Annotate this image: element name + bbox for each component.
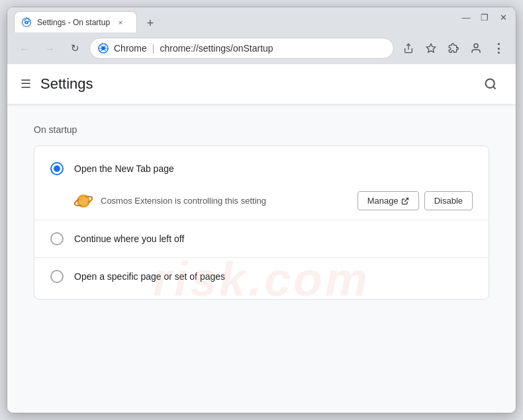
tab-favicon [21, 17, 32, 28]
startup-options-card: Open the New Tab page Cosmos Extension i… [34, 146, 489, 300]
svg-point-8 [474, 44, 478, 48]
radio-option-continue[interactable]: Continue where you left off [34, 223, 489, 255]
divider-2 [34, 257, 489, 258]
address-bar-brand: Chrome [114, 43, 147, 54]
radio-option-specific[interactable]: Open a specific page or set of pages [34, 261, 489, 292]
settings-body: On startup Open the New Tab page [7, 105, 516, 319]
address-bar[interactable]: Chrome | chrome://settings/onStartup [89, 38, 394, 59]
radio-specific[interactable] [50, 270, 64, 283]
radio-new-tab[interactable] [50, 162, 64, 175]
extension-actions: Manage Disable [357, 191, 473, 210]
svg-line-10 [493, 87, 496, 89]
refresh-button[interactable]: ↻ [64, 38, 85, 59]
radio-continue-label: Continue where you left off [74, 233, 184, 244]
close-button[interactable]: ✕ [499, 13, 508, 22]
page-content: ☰ Settings On startup Open the New Tab p… [7, 64, 516, 413]
manage-button[interactable]: Manage [357, 191, 419, 210]
external-link-icon [401, 197, 409, 205]
tab-close-button[interactable]: × [115, 17, 126, 28]
nav-bar: ← → ↻ Chrome | chrome://settings/onStart… [7, 32, 516, 64]
settings-header: ☰ Settings [7, 64, 516, 105]
extension-info-row: Cosmos Extension is controlling this set… [34, 185, 489, 217]
share-button[interactable] [398, 38, 419, 59]
bookmark-button[interactable] [420, 38, 442, 59]
section-label: On startup [34, 124, 489, 135]
window-controls: — ❐ ✕ [461, 13, 508, 22]
active-tab[interactable]: Settings - On startup × [14, 11, 137, 32]
address-bar-url: chrome://settings/onStartup [160, 43, 273, 54]
address-bar-separator: | [152, 43, 155, 54]
radio-specific-label: Open a specific page or set of pages [74, 271, 225, 282]
radio-new-tab-label: Open the New Tab page [74, 163, 174, 174]
title-bar: Settings - On startup × + — ❐ ✕ [7, 7, 516, 32]
svg-line-15 [404, 198, 408, 202]
cosmos-extension-icon [74, 192, 93, 210]
svg-point-13 [79, 196, 88, 206]
back-button[interactable]: ← [14, 38, 35, 59]
radio-continue[interactable] [50, 232, 64, 245]
extensions-button[interactable] [443, 38, 464, 59]
svg-point-2 [26, 22, 27, 23]
hamburger-menu-button[interactable]: ☰ [21, 77, 31, 91]
extension-name: Cosmos Extension is controlling this set… [101, 196, 350, 206]
disable-button[interactable]: Disable [424, 191, 473, 210]
more-options-button[interactable]: ⋮ [488, 38, 509, 59]
svg-marker-7 [426, 44, 435, 52]
chrome-icon [98, 43, 109, 54]
extension-icon [74, 192, 93, 210]
tab-title: Settings - On startup [37, 18, 110, 27]
forward-button[interactable]: → [39, 38, 60, 59]
tab-bar: Settings - On startup × + [14, 11, 160, 32]
search-settings-button[interactable] [479, 72, 502, 96]
nav-actions: ⋮ [398, 38, 509, 59]
profile-button[interactable] [465, 38, 487, 59]
svg-point-9 [486, 79, 495, 88]
settings-title-group: ☰ Settings [21, 75, 93, 93]
svg-point-14 [80, 198, 83, 200]
new-tab-button[interactable]: + [141, 14, 160, 32]
minimize-button[interactable]: — [461, 13, 471, 22]
maximize-button[interactable]: ❐ [480, 13, 489, 22]
page-title: Settings [40, 75, 93, 93]
browser-window: Settings - On startup × + — ❐ ✕ ← → ↻ Ch… [7, 7, 516, 413]
radio-option-new-tab[interactable]: Open the New Tab page [34, 153, 489, 185]
divider-1 [34, 220, 489, 220]
